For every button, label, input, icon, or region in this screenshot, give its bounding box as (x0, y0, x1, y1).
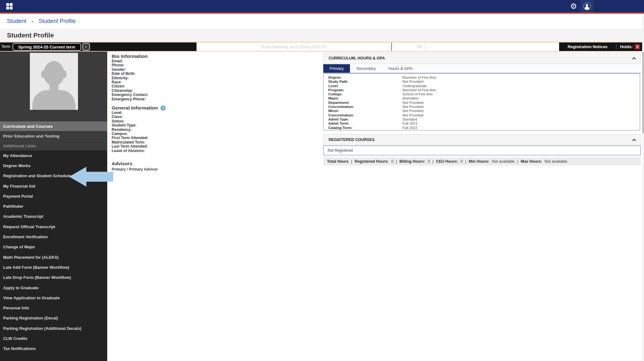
bio-field-label: Emergency Phone: (112, 97, 244, 101)
total-hours-part: | (517, 159, 518, 164)
sidebar-link-item[interactable]: Late Add Form (Banner Workflow) (0, 262, 107, 272)
holds-label: Holds: (620, 44, 633, 49)
settings-gear-icon[interactable]: ⚙ (569, 1, 579, 11)
sidebar-link-label: Enrollment Verification (3, 234, 48, 239)
curriculum-row-value: Animation (402, 96, 419, 100)
curriculum-row-label: Concentration: (324, 105, 402, 109)
general-field-label: First Term Attended: (112, 136, 244, 140)
sidebar-link-label: Registration and Student Schedule (3, 173, 71, 178)
general-fields: Level: Class: Status: Student Type: Resi… (112, 111, 244, 153)
sidebar-link-item[interactable]: CLW Credits (0, 333, 107, 343)
breadcrumb-student[interactable]: Student (7, 18, 26, 25)
curriculum-panel-title: CURRICULUM, HOURS & GPA (329, 56, 385, 60)
total-hours-part: Total Hours (327, 159, 349, 164)
general-information-section: General Information i Level: Class: Stat… (112, 105, 244, 153)
collapse-chevron-icon[interactable] (632, 57, 636, 61)
sidebar-group-label: Curriculum and Courses (3, 124, 53, 129)
total-hours-part: | (351, 159, 352, 164)
term-selected-value[interactable]: Spring 2024-25 Current term (13, 43, 81, 51)
sidebar-link-item[interactable]: View Application to Graduate (0, 293, 107, 303)
sidebar-link-label: CLW Credits (3, 336, 27, 341)
collapse-chevron-icon[interactable] (632, 138, 636, 143)
sidebar-link-item[interactable]: Tax Notifications (0, 344, 107, 354)
bio-field-label: Phone: (112, 63, 244, 67)
holds-button[interactable]: Holds: 0 (616, 44, 644, 49)
sidebar-link-label: Change of Major (3, 245, 35, 249)
sidebar-link-item[interactable]: Apply to Graduate (0, 283, 107, 293)
user-profile-icon (583, 3, 591, 10)
registration-notices-button[interactable]: Registration Notices (559, 44, 616, 49)
sidebar-group-label: Prior Education and Testing (3, 134, 59, 138)
curriculum-tab-label: Secondary (356, 66, 376, 71)
info-icon[interactable]: i (160, 105, 166, 111)
sidebar-link-item[interactable]: Late Drop Form (Banner Workflow) (0, 273, 107, 283)
term-bar-empty-cell (425, 42, 559, 51)
term-dropdown-arrow-icon[interactable]: ▼ (82, 43, 90, 51)
curriculum-row: Major: Animation (324, 96, 640, 100)
breadcrumb-student-profile[interactable]: Student Profile (39, 18, 76, 25)
sidebar-link-item[interactable]: My Financial Aid (0, 181, 107, 191)
sidebar-link-item[interactable]: Math Placement for (ALEKS) (0, 252, 107, 262)
sidebar-link-label: Parking Registration (Decal) (3, 316, 58, 320)
vertical-scrollbar[interactable] (642, 14, 644, 361)
app-grid-icon[interactable] (6, 3, 13, 9)
term-dropdown[interactable]: Spring 2024-25 Current term ▼ (13, 43, 90, 51)
sidebar-link-item[interactable]: Request Official Transcript (0, 222, 107, 232)
curriculum-tab[interactable]: Hours & GPA (382, 64, 419, 73)
curriculum-tab[interactable]: Primary (323, 64, 350, 73)
term-label: Term: (1, 44, 11, 49)
total-hours-part: 0 (428, 159, 430, 164)
sidebar-link-item[interactable]: Academic Transcript (0, 212, 107, 222)
curriculum-row-label: Catalog Term: (324, 126, 402, 130)
curriculum-row-value: Bachelor of Fine Arts (402, 88, 436, 92)
user-icon-body (585, 7, 589, 10)
grid-square (6, 7, 9, 9)
sidebar-group-item[interactable]: Additional Links (0, 141, 107, 150)
curriculum-row-label: Level: (324, 84, 402, 88)
general-field-label: Residency: (112, 128, 244, 132)
curriculum-tab[interactable]: Secondary (350, 64, 382, 73)
sidebar-group-item[interactable]: Curriculum and Courses (0, 121, 107, 131)
sidebar-link-item[interactable]: Payment Portal (0, 191, 107, 201)
general-field-label: Class: (112, 115, 244, 119)
photo-silhouette (32, 90, 75, 110)
scrollbar-thumb[interactable] (642, 52, 644, 133)
sidebar-link-item[interactable]: Pathfinder (0, 201, 107, 211)
curriculum-row-label: Concentration: (324, 113, 402, 117)
sidebar-link-item[interactable]: Degree Works (0, 161, 107, 171)
sidebar-group-tabs: Curriculum and Courses Prior Education a… (0, 121, 107, 150)
general-field-label: Leave of Absence: (112, 149, 244, 153)
term-bar-right: Registration Notices Holds: 0 (559, 42, 644, 51)
curriculum-row-value: Bachelor of Fine Arts (402, 76, 436, 80)
sidebar-link-label: Pathfinder (3, 204, 23, 209)
standing-hours: 80 (392, 42, 425, 51)
general-field-label: Status: (112, 119, 244, 123)
user-menu-button[interactable] (580, 0, 594, 13)
sidebar-link-item[interactable]: My Attendance (0, 150, 107, 161)
title-bar: Student Profile (0, 29, 644, 42)
curriculum-row-label: Major: (324, 96, 402, 100)
curriculum-row: Admit Type: Standard (324, 117, 640, 121)
breadcrumb-separator-icon: ● (31, 20, 34, 23)
sidebar-link-item[interactable]: Enrollment Verification (0, 232, 107, 242)
total-hours-bar: Total Hours | Registered Hours: 0 | Bill… (323, 157, 641, 166)
sidebar-group-item[interactable]: Prior Education and Testing (0, 131, 107, 141)
total-hours-part: Billing Hours: (399, 159, 425, 164)
curriculum-row-label: Admit Term: (324, 121, 402, 126)
sidebar-link-label: Personal Info (3, 306, 29, 310)
sidebar-link-item[interactable]: Change of Major (0, 242, 107, 252)
total-hours-part: | (465, 159, 466, 164)
sidebar-link-item[interactable]: Parking Registration (Additional Decals) (0, 323, 107, 333)
bio-information-heading: Bio Information (112, 54, 244, 59)
bio-field-label: Gender: (112, 68, 244, 72)
general-information-heading: General Information i (112, 105, 244, 111)
curriculum-row-label: Admit Type: (324, 117, 402, 121)
curriculum-panel-header: CURRICULUM, HOURS & GPA (323, 53, 641, 64)
general-field-label: Last Term Attended: (112, 144, 244, 149)
curriculum-row-value: Not Provided (402, 105, 423, 109)
sidebar-link-item[interactable]: Personal Info (0, 303, 107, 313)
advisors-section: Advisors Primary / Primary Advisor (112, 161, 244, 172)
total-hours-part: Max Hours: (521, 159, 542, 164)
sidebar-link-item[interactable]: Parking Registration (Decal) (0, 313, 107, 323)
sidebar-link-label: View Application to Graduate (3, 296, 60, 300)
